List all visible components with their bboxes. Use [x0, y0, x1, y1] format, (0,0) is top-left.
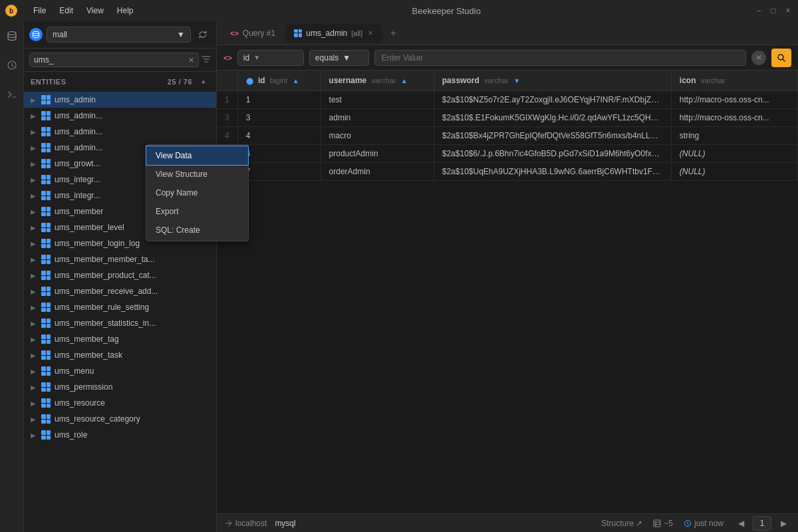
chevron-right-icon: ▶: [31, 160, 37, 168]
cell-icon[interactable]: http://macro-oss.oss-cn...: [671, 109, 797, 127]
table-icon: [41, 159, 51, 168]
cell-icon[interactable]: (NULL): [671, 145, 797, 163]
list-item[interactable]: ▶ ums_member_statistics_in...: [24, 315, 216, 331]
cell-password[interactable]: $2a$10$NZ5o7r2E.ayT2Zoxgjll.eJ6OEYqjH7IN…: [434, 91, 671, 109]
menu-help[interactable]: Help: [112, 5, 139, 17]
col-header-id[interactable]: ⬤ id bigint ▲: [237, 70, 321, 91]
tab-query1[interactable]: <> Query #1: [222, 24, 283, 43]
table-icon: [41, 207, 51, 216]
list-item[interactable]: ▶ ums_member_member_ta...: [24, 251, 216, 267]
chevron-right-icon: ▶: [31, 128, 37, 136]
cell-id[interactable]: 4: [237, 127, 321, 145]
list-item[interactable]: ▶ ums_member_receive_add...: [24, 283, 216, 299]
tab-close-button[interactable]: ✕: [366, 29, 374, 37]
context-copy-name[interactable]: Copy Name: [146, 184, 248, 202]
pagination: ◀ 1 ▶: [734, 516, 790, 531]
cell-username[interactable]: admin: [321, 109, 434, 127]
table-name-label: ums_admin...: [55, 111, 102, 120]
chevron-right-icon: ▶: [31, 400, 37, 407]
prev-page-button[interactable]: ◀: [734, 517, 747, 530]
tab-table-tag: [all]: [351, 29, 362, 37]
context-export[interactable]: Export: [146, 202, 248, 221]
table-row: 1 1 test $2a$10$NZ5o7r2E.ayT2Zoxgjll.eJ6…: [217, 91, 798, 109]
col-name-id: id: [258, 76, 265, 85]
add-table-button[interactable]: +: [198, 76, 209, 88]
cell-username[interactable]: macro: [321, 127, 434, 145]
list-item[interactable]: ▶ ums_admin...: [24, 108, 216, 124]
menu-file[interactable]: File: [28, 5, 51, 17]
menu-edit[interactable]: Edit: [54, 5, 78, 17]
list-item[interactable]: ▶ ums_menu: [24, 363, 216, 379]
context-sql-create[interactable]: SQL: Create: [146, 221, 248, 239]
list-item[interactable]: ▶ ums_member_task: [24, 347, 216, 363]
cell-password[interactable]: $2a$10$.E1FokumK5GlXWgKlg.Hc.i/0/2.qdAwY…: [434, 109, 671, 127]
list-item[interactable]: ▶ ums_admin...: [24, 124, 216, 140]
table-name-label: ums_growt...: [55, 159, 100, 168]
table-icon: [41, 95, 51, 104]
structure-link[interactable]: Structure ↗: [601, 519, 642, 528]
db-dropdown[interactable]: mall ▼: [47, 27, 191, 43]
table-icon: [41, 287, 51, 296]
next-page-button[interactable]: ▶: [777, 517, 790, 530]
table-name-label: ums_admin: [55, 95, 96, 104]
cell-id[interactable]: 1: [237, 91, 321, 109]
sidebar-history-icon[interactable]: [3, 56, 21, 74]
refresh-button[interactable]: [195, 27, 211, 43]
table-icon: [41, 303, 51, 312]
filter-clear-button[interactable]: ✕: [751, 51, 766, 65]
list-item[interactable]: ▶ ums_role: [24, 427, 216, 443]
close-button[interactable]: ×: [783, 6, 793, 15]
list-item[interactable]: ▶ ums_resource_category: [24, 411, 216, 427]
maximize-button[interactable]: □: [769, 6, 778, 15]
sort-asc-icon-2: ▲: [401, 77, 408, 84]
chevron-right-icon: ▶: [31, 320, 37, 327]
connection-link[interactable]: localhost: [225, 519, 267, 528]
operator-chevron-icon: ▼: [342, 53, 350, 63]
sidebar-nav-icon[interactable]: [3, 85, 21, 104]
cell-username[interactable]: test: [321, 91, 434, 109]
list-item[interactable]: ▶ ums_member_tag: [24, 331, 216, 347]
minimize-button[interactable]: −: [754, 6, 763, 15]
list-item[interactable]: ▶ ums_member_rule_setting: [24, 299, 216, 315]
cell-password[interactable]: $2a$10$6/.J.p.6Bhn7ic4GfoB5D.pGd7xSiD1a9…: [434, 145, 671, 163]
cell-icon[interactable]: (NULL): [671, 163, 797, 181]
current-page[interactable]: 1: [753, 516, 771, 531]
cell-icon[interactable]: string: [671, 127, 797, 145]
search-filter-icon[interactable]: [201, 55, 211, 66]
cell-username[interactable]: orderAdmin: [321, 163, 434, 181]
context-view-structure[interactable]: View Structure: [146, 165, 248, 184]
col-header-rownum: [217, 70, 237, 91]
add-tab-button[interactable]: +: [385, 25, 401, 41]
table-row: 6 6 productAdmin $2a$10$6/.J.p.6Bhn7ic4G…: [217, 145, 798, 163]
tab-ums-admin[interactable]: ums_admin [all] ✕: [286, 24, 382, 43]
list-item[interactable]: ▶ ums_resource: [24, 395, 216, 411]
cell-password[interactable]: $2a$10$UqEhA9UZXjHHA3B.L9wNG.6aerrBjC6WH…: [434, 163, 671, 181]
col-header-username[interactable]: username varchar ▲: [321, 70, 434, 91]
cell-username[interactable]: productAdmin: [321, 145, 434, 163]
context-view-data[interactable]: View Data: [146, 146, 248, 165]
list-item[interactable]: ▶ ums_permission: [24, 379, 216, 395]
cell-id[interactable]: 6: [237, 145, 321, 163]
cell-id[interactable]: 7: [237, 163, 321, 181]
sidebar-db-icon[interactable]: [3, 27, 21, 45]
search-clear-icon[interactable]: ✕: [188, 56, 194, 65]
cell-id[interactable]: 3: [237, 109, 321, 127]
cell-password[interactable]: $2a$10$Bx4jZPR7GhEpIQfefDQtVeS58GfT5n6mx…: [434, 127, 671, 145]
menu-view[interactable]: View: [81, 5, 109, 17]
table-name-label: ums_resource: [55, 398, 105, 408]
list-item[interactable]: ▶ ums_admin: [24, 92, 216, 108]
search-input[interactable]: [34, 55, 186, 65]
chevron-right-icon: ▶: [31, 224, 37, 231]
col-type-password: varchar: [484, 76, 509, 84]
table-name-label: ums_member_member_ta...: [55, 255, 155, 264]
status-bar: localhost mysql Structure ↗ ~5: [217, 513, 798, 532]
filter-field-dropdown[interactable]: id ▼: [237, 50, 304, 66]
col-header-icon[interactable]: icon varchar: [671, 70, 797, 91]
filter-operator-dropdown[interactable]: equals ▼: [309, 50, 369, 66]
filter-value-input[interactable]: [374, 50, 746, 66]
list-item[interactable]: ▶ ums_member_product_cat...: [24, 267, 216, 283]
col-header-password[interactable]: password varchar ▼: [434, 70, 671, 91]
filter-search-button[interactable]: [771, 49, 791, 67]
cell-icon[interactable]: http://macro-oss.oss-cn...: [671, 91, 797, 109]
chevron-right-icon: ▶: [31, 176, 37, 184]
